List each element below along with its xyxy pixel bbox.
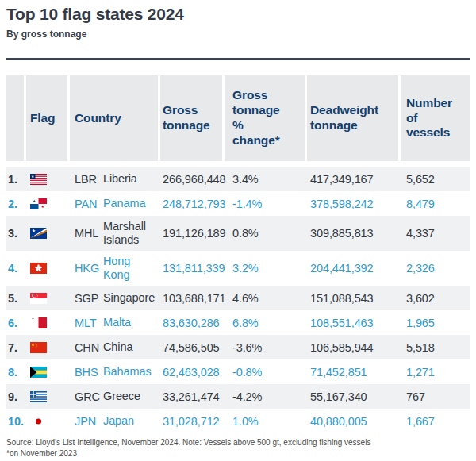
col-header-gt-change: Gross tonnage % change*	[225, 75, 307, 161]
vessels-cell: 5,652	[401, 167, 470, 191]
flag-states-table: Flag Country Gross tonnage Gross tonnage…	[6, 75, 470, 433]
deadweight-cell: 378,598,242	[307, 191, 401, 216]
panama-flag-icon	[30, 198, 47, 209]
country-cell: JPNJapan	[70, 409, 160, 433]
page-subtitle: By gross tonnage	[6, 29, 470, 40]
greece-flag-icon	[30, 391, 47, 402]
country-cell: LBRLiberia	[70, 167, 160, 191]
deadweight-cell: 108,551,463	[307, 310, 401, 335]
gross-tonnage-cell: 74,586,505	[160, 335, 225, 359]
bahamas-flag-icon	[30, 367, 47, 378]
flag-cell	[26, 335, 70, 359]
deadweight-cell: 71,452,851	[307, 359, 401, 384]
gt-change-cell: -3.6%	[225, 335, 307, 359]
country-code: BHS	[75, 366, 103, 378]
col-header-rank	[6, 75, 26, 161]
country-code: GRC	[75, 390, 103, 403]
country-name: Singapore	[103, 291, 155, 305]
hong-kong-flag-icon	[30, 263, 47, 274]
flag-cell	[26, 191, 70, 216]
vessels-cell: 3,602	[401, 286, 470, 310]
gt-change-cell: -1.4%	[225, 191, 307, 216]
rank-cell: 8.	[6, 359, 26, 384]
deadweight-cell: 309,885,813	[307, 216, 401, 251]
vessels-cell: 5,518	[401, 335, 470, 359]
gross-tonnage-cell: 31,028,712	[160, 409, 225, 433]
country-cell: SGPSingapore	[70, 286, 160, 310]
vessels-cell: 4,337	[401, 216, 470, 251]
divider-rule	[6, 58, 470, 60]
country-code: MHL	[75, 227, 103, 240]
flag-cell	[26, 216, 70, 251]
deadweight-cell: 204,441,392	[307, 251, 401, 286]
table-row: 7. CHNChina 74,586,505 -3.6% 106,585,944…	[6, 335, 470, 359]
flag-cell	[26, 251, 70, 286]
country-code: PAN	[75, 198, 103, 210]
table-body: 1. LBRLiberia 266,968,448 3.4% 417,349,1…	[6, 167, 470, 433]
country-name: Marshall Islands	[103, 220, 155, 246]
rank-cell: 10.	[6, 409, 26, 433]
col-header-vessels: Number of vessels	[401, 75, 470, 161]
gt-change-cell: 0.8%	[225, 216, 307, 251]
gross-tonnage-cell: 103,688,171	[160, 286, 225, 310]
table-row: 8. BHSBahamas 62,463,028 -0.8% 71,452,85…	[6, 359, 470, 384]
country-name: China	[103, 340, 132, 354]
col-header-flag: Flag	[26, 75, 70, 161]
malta-flag-icon	[30, 317, 47, 328]
table-row: 10. JPNJapan 31,028,712 1.0% 40,880,005 …	[6, 409, 470, 433]
gross-tonnage-cell: 62,463,028	[160, 359, 225, 384]
country-cell: GRCGreece	[70, 384, 160, 409]
col-header-deadweight: Deadweight tonnage	[307, 75, 401, 161]
gt-change-cell: -4.2%	[225, 384, 307, 409]
country-name: Hong Kong	[103, 255, 155, 281]
rank-cell: 6.	[6, 310, 26, 335]
flag-cell	[26, 167, 70, 191]
country-code: SGP	[75, 292, 103, 305]
deadweight-cell: 55,167,340	[307, 384, 401, 409]
gt-change-cell: -0.8%	[225, 359, 307, 384]
country-cell: MHLMarshall Islands	[70, 216, 160, 251]
china-flag-icon	[30, 342, 47, 353]
col-header-gross-tonnage: Gross tonnage	[160, 75, 225, 161]
country-name: Bahamas	[103, 365, 152, 378]
rank-cell: 3.	[6, 216, 26, 251]
gt-change-cell: 3.2%	[225, 251, 307, 286]
country-code: HKG	[75, 262, 103, 275]
rank-cell: 5.	[6, 286, 26, 310]
country-cell: CHNChina	[70, 335, 160, 359]
rank-cell: 4.	[6, 251, 26, 286]
table-row: 3. MHLMarshall Islands 191,126,189 0.8% …	[6, 216, 470, 251]
country-code: MLT	[75, 317, 103, 329]
liberia-flag-icon	[30, 174, 47, 185]
gross-tonnage-cell: 33,261,474	[160, 384, 225, 409]
table-row: 2. PANPanama 248,712,793 -1.4% 378,598,2…	[6, 191, 470, 216]
gt-change-cell: 3.4%	[225, 167, 307, 191]
gt-change-cell: 1.0%	[225, 409, 307, 433]
gross-tonnage-cell: 131,811,339	[160, 251, 225, 286]
flag-cell	[26, 409, 70, 433]
japan-flag-icon	[30, 416, 47, 427]
table-row: 5. SGPSingapore 103,688,171 4.6% 151,088…	[6, 286, 470, 310]
flag-cell	[26, 286, 70, 310]
rank-cell: 1.	[6, 167, 26, 191]
vessels-cell: 1,667	[401, 409, 470, 433]
table-row: 4. HKGHong Kong 131,811,339 3.2% 204,441…	[6, 251, 470, 286]
gt-change-cell: 4.6%	[225, 286, 307, 310]
country-code: CHN	[75, 341, 103, 354]
vessels-cell: 1,965	[401, 310, 470, 335]
deadweight-cell: 40,880,005	[307, 409, 401, 433]
flag-cell	[26, 384, 70, 409]
footer: Source: Lloyd's List Intelligence, Novem…	[6, 437, 470, 459]
marshall-islands-flag-icon	[30, 228, 47, 239]
deadweight-cell: 417,349,167	[307, 167, 401, 191]
table-header-row: Flag Country Gross tonnage Gross tonnage…	[6, 75, 470, 161]
flag-cell	[26, 359, 70, 384]
flag-cell	[26, 310, 70, 335]
rank-cell: 9.	[6, 384, 26, 409]
deadweight-cell: 151,088,543	[307, 286, 401, 310]
vessels-cell: 1,271	[401, 359, 470, 384]
country-cell: PANPanama	[70, 191, 160, 216]
country-name: Panama	[103, 197, 145, 210]
country-code: LBR	[75, 173, 103, 186]
rank-cell: 2.	[6, 191, 26, 216]
